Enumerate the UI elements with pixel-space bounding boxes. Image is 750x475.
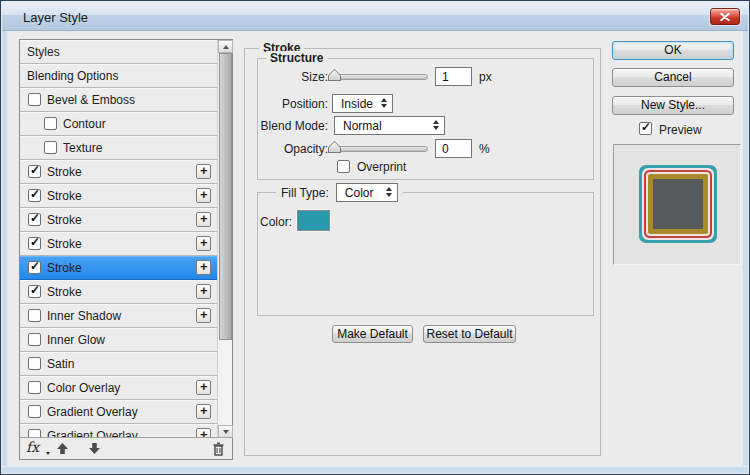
blend-mode-label: Blend Mode:	[245, 119, 328, 133]
overprint-label: Overprint	[357, 160, 406, 174]
effect-label: Stroke	[47, 213, 82, 227]
fill-type-select[interactable]: Color	[336, 183, 398, 202]
effect-checkbox[interactable]	[28, 93, 41, 106]
stroke-color-swatch[interactable]	[297, 210, 330, 231]
effect-label: Inner Glow	[47, 333, 105, 347]
position-label: Position:	[245, 97, 328, 111]
preview-checkbox[interactable]	[639, 122, 652, 135]
move-effect-up-button[interactable]	[56, 442, 69, 455]
spinner-icon	[381, 98, 387, 108]
arrow-down-icon	[223, 430, 229, 434]
add-effect-button[interactable]	[196, 188, 211, 203]
effects-list-item[interactable]: Blending Options	[20, 64, 232, 88]
style-preview-thumbnail	[648, 174, 708, 234]
position-value: Inside	[341, 97, 373, 111]
effect-label: Stroke	[47, 261, 82, 275]
move-effect-down-button[interactable]	[88, 442, 101, 455]
effect-checkbox[interactable]	[28, 381, 41, 394]
ok-button[interactable]: OK	[612, 41, 734, 60]
effect-label: Contour	[63, 117, 106, 131]
effects-scrollbar[interactable]	[217, 40, 232, 438]
effect-checkbox[interactable]	[28, 213, 41, 226]
effects-list-item[interactable]: Inner Shadow	[20, 304, 232, 328]
effect-checkbox[interactable]	[28, 261, 41, 274]
effects-list-item[interactable]: Stroke	[20, 256, 232, 280]
opacity-input[interactable]: 0	[435, 139, 472, 158]
effect-label: Stroke	[47, 165, 82, 179]
scroll-up-button[interactable]	[218, 40, 233, 53]
size-slider[interactable]	[330, 74, 428, 80]
size-label: Size:	[245, 70, 328, 84]
add-effect-button[interactable]	[196, 260, 211, 275]
add-effect-button[interactable]	[196, 236, 211, 251]
close-button[interactable]	[710, 8, 740, 25]
effect-label: Stroke	[47, 189, 82, 203]
structure-group-title: Structure	[266, 51, 327, 65]
effect-checkbox[interactable]	[28, 189, 41, 202]
size-unit: px	[479, 70, 492, 84]
effect-checkbox[interactable]	[44, 141, 57, 154]
effects-list-item[interactable]: Stroke	[20, 160, 232, 184]
effect-label: Bevel & Emboss	[47, 93, 135, 107]
preview-label: Preview	[659, 123, 702, 137]
effects-list-item[interactable]: Inner Glow	[20, 328, 232, 352]
effects-list-item[interactable]: Contour	[20, 112, 232, 136]
effect-checkbox[interactable]	[28, 405, 41, 418]
stroke-options-panel: Stroke Structure Size: 1 px Position: In…	[244, 48, 601, 456]
effect-label: Stroke	[47, 237, 82, 251]
layer-style-dialog: Layer Style StylesBlending OptionsBevel …	[0, 0, 750, 475]
size-slider-thumb[interactable]	[328, 69, 341, 81]
reset-to-default-button[interactable]: Reset to Default	[423, 325, 516, 343]
fill-type-label: Fill Type:	[281, 186, 329, 200]
overprint-checkbox[interactable]	[337, 160, 350, 173]
effects-list-item[interactable]: Stroke	[20, 184, 232, 208]
effect-checkbox[interactable]	[28, 309, 41, 322]
effects-list-item[interactable]: Color Overlay	[20, 376, 232, 400]
effects-list-item[interactable]: Satin	[20, 352, 232, 376]
add-effect-button[interactable]	[196, 164, 211, 179]
effects-list-item[interactable]: Stroke	[20, 280, 232, 304]
effects-list-item[interactable]: Texture	[20, 136, 232, 160]
add-effect-button[interactable]	[196, 308, 211, 323]
window-frame	[2, 466, 748, 473]
effect-checkbox[interactable]	[28, 165, 41, 178]
position-select[interactable]: Inside	[332, 94, 393, 113]
effects-list-item[interactable]: Gradient Overlay	[20, 400, 232, 424]
effects-list-item[interactable]: Styles	[20, 40, 232, 64]
effect-label: Gradient Overlay	[47, 405, 138, 419]
effect-checkbox[interactable]	[28, 285, 41, 298]
blend-mode-select[interactable]: Normal	[334, 116, 445, 135]
effect-checkbox[interactable]	[28, 237, 41, 250]
spinner-icon	[433, 120, 439, 130]
new-style-button[interactable]: New Style...	[612, 96, 734, 115]
cancel-button[interactable]: Cancel	[612, 68, 734, 87]
effect-label: Inner Shadow	[47, 309, 121, 323]
make-default-button[interactable]: Make Default	[332, 325, 413, 343]
scroll-thumb[interactable]	[219, 53, 232, 340]
effect-checkbox[interactable]	[44, 117, 57, 130]
opacity-slider-thumb[interactable]	[328, 141, 341, 153]
add-effect-button[interactable]	[196, 404, 211, 419]
size-input[interactable]: 1	[435, 67, 472, 86]
window-frame	[743, 31, 748, 466]
preview-panel	[613, 144, 741, 265]
effects-list-item[interactable]: Stroke	[20, 232, 232, 256]
effects-toolbar: fx	[20, 437, 232, 459]
delete-effect-button[interactable]	[212, 442, 225, 456]
effect-checkbox[interactable]	[28, 357, 41, 370]
effect-label: Styles	[27, 45, 60, 59]
add-effect-button[interactable]	[196, 284, 211, 299]
effect-checkbox[interactable]	[28, 333, 41, 346]
effects-list: StylesBlending OptionsBevel & EmbossCont…	[20, 40, 232, 438]
effects-list-item[interactable]: Bevel & Emboss	[20, 88, 232, 112]
effects-list-item[interactable]: Stroke	[20, 208, 232, 232]
opacity-slider[interactable]	[330, 146, 428, 152]
effects-listbox: StylesBlending OptionsBevel & EmbossCont…	[19, 39, 233, 460]
effects-list-item[interactable]: Gradient Overlay	[20, 424, 232, 438]
window-frame	[2, 31, 7, 466]
close-icon	[720, 13, 730, 21]
add-effect-button[interactable]	[196, 212, 211, 227]
add-effect-button[interactable]	[196, 380, 211, 395]
effect-label: Blending Options	[27, 69, 118, 83]
fx-menu-button[interactable]: fx	[26, 439, 39, 455]
